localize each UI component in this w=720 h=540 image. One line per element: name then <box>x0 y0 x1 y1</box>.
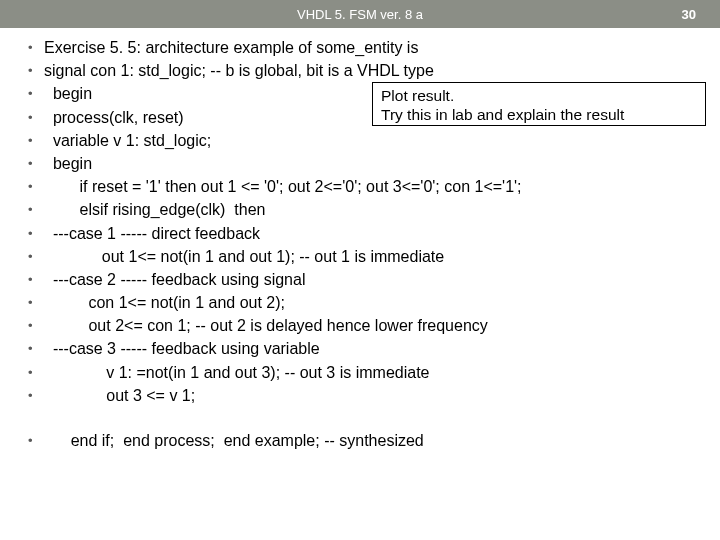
bullet-icon: • <box>28 201 44 220</box>
code-line: • end if; end process; end example; -- s… <box>0 429 720 452</box>
callout-box: Plot result. Try this in lab and explain… <box>372 82 706 126</box>
code-line: • ---case 3 ----- feedback using variabl… <box>0 337 720 360</box>
code-line: • con 1<= not(in 1 and out 2); <box>0 291 720 314</box>
callout-line: Try this in lab and explain the result <box>381 105 697 124</box>
bullet-icon: • <box>28 340 44 359</box>
slide-header: VHDL 5. FSM ver. 8 a 30 <box>0 0 720 28</box>
bullet-icon: • <box>28 109 44 128</box>
bullet-icon: • <box>28 85 44 104</box>
bullet-icon: • <box>28 248 44 267</box>
code-line: • out 1<= not(in 1 and out 1); -- out 1 … <box>0 245 720 268</box>
bullet-icon: • <box>28 178 44 197</box>
bullet-icon: • <box>28 132 44 151</box>
bullet-icon: • <box>28 155 44 174</box>
code-line: •signal con 1: std_logic; -- b is global… <box>0 59 720 82</box>
bullet-icon: • <box>28 62 44 81</box>
page-number: 30 <box>682 7 696 22</box>
bullet-icon: • <box>28 294 44 313</box>
bullet-icon: • <box>28 225 44 244</box>
bullet-icon: • <box>28 432 44 451</box>
code-line: • ---case 2 ----- feedback using signal <box>0 268 720 291</box>
code-line: • out 2<= con 1; -- out 2 is delayed hen… <box>0 314 720 337</box>
bullet-icon: • <box>28 317 44 336</box>
code-line: • v 1: =not(in 1 and out 3); -- out 3 is… <box>0 361 720 384</box>
bullet-icon: • <box>28 387 44 406</box>
code-line: • ---case 1 ----- direct feedback <box>0 222 720 245</box>
callout-line: Plot result. <box>381 86 697 105</box>
code-line: • elsif rising_edge(clk) then <box>0 198 720 221</box>
code-line: • begin <box>0 152 720 175</box>
header-title: VHDL 5. FSM ver. 8 a <box>297 7 423 22</box>
code-line: •Exercise 5. 5: architecture example of … <box>0 36 720 59</box>
bullet-icon: • <box>28 364 44 383</box>
code-line: • if reset = '1' then out 1 <= '0'; out … <box>0 175 720 198</box>
bullet-icon: • <box>28 39 44 58</box>
code-line: • out 3 <= v 1; <box>0 384 720 407</box>
bullet-icon: • <box>28 271 44 290</box>
code-line: • variable v 1: std_logic; <box>0 129 720 152</box>
